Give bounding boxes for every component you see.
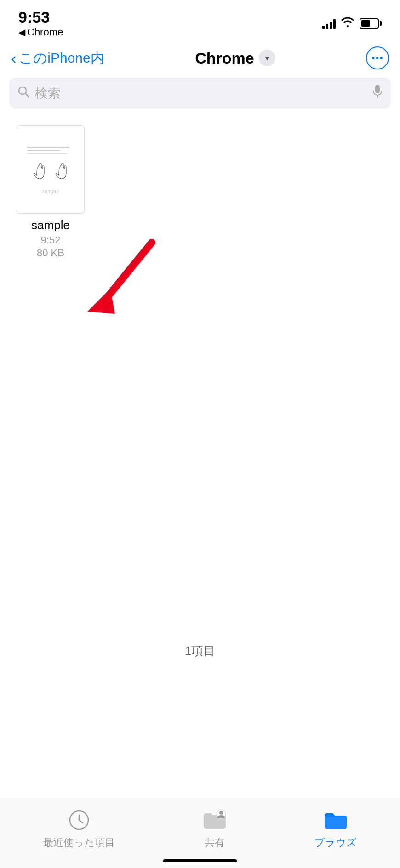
- more-dots-icon: •••: [371, 52, 383, 64]
- search-placeholder: 検索: [35, 85, 367, 102]
- tab-recent-label: 最近使った項目: [43, 836, 115, 850]
- svg-point-0: [19, 87, 26, 94]
- status-left: 9:53 ◀ Chrome: [18, 8, 63, 38]
- svg-marker-7: [87, 289, 115, 314]
- nav-more-button[interactable]: •••: [366, 46, 389, 69]
- chevron-down-icon: ▾: [265, 54, 269, 63]
- file-item[interactable]: sample sample 9:52 80 KB: [14, 125, 87, 259]
- search-icon: [17, 86, 29, 101]
- item-count: 1項目: [0, 643, 400, 668]
- nav-dropdown-button[interactable]: ▾: [259, 50, 275, 66]
- wifi-icon: [341, 17, 354, 30]
- status-bar: 9:53 ◀ Chrome: [0, 0, 400, 42]
- file-time: 9:52: [41, 234, 61, 246]
- svg-line-1: [26, 94, 29, 98]
- status-icons: [322, 17, 382, 30]
- tab-browse-label: ブラウズ: [314, 836, 357, 850]
- svg-point-12: [219, 811, 223, 815]
- mic-icon[interactable]: [372, 84, 383, 102]
- nav-left: ‹ このiPhone内: [11, 49, 104, 68]
- file-grid: sample sample 9:52 80 KB: [0, 116, 400, 268]
- svg-line-10: [79, 820, 83, 823]
- status-back-app: ◀ Chrome: [18, 26, 63, 38]
- search-bar-container: 検索: [0, 74, 400, 116]
- shared-folder-icon: [202, 808, 228, 832]
- main-content: sample sample 9:52 80 KB 1項目: [0, 116, 400, 760]
- clock-icon: [66, 808, 92, 832]
- home-indicator: [163, 859, 237, 862]
- tab-shared-label: 共有: [205, 836, 225, 850]
- nav-location-label[interactable]: このiPhone内: [19, 49, 104, 68]
- search-bar[interactable]: 検索: [9, 78, 391, 109]
- file-thumbnail: sample: [17, 125, 85, 214]
- tab-browse[interactable]: ブラウズ: [314, 808, 357, 850]
- tab-shared[interactable]: 共有: [202, 808, 228, 850]
- status-time: 9:53: [18, 8, 63, 26]
- file-name: sample: [31, 218, 70, 232]
- item-count-area: 1項目: [0, 643, 400, 668]
- file-size: 80 KB: [37, 247, 64, 259]
- svg-rect-2: [375, 85, 380, 93]
- back-chevron-small: ◀: [18, 27, 25, 38]
- tab-recent[interactable]: 最近使った項目: [43, 808, 115, 850]
- tab-bar: 最近使った項目 共有 ブラウズ: [0, 799, 400, 868]
- battery-icon: [360, 18, 382, 29]
- signal-bars-icon: [322, 18, 336, 29]
- nav-title: Chrome: [195, 49, 254, 67]
- browse-folder-icon: [323, 808, 349, 832]
- back-chevron-icon[interactable]: ‹: [11, 50, 16, 66]
- nav-title-area: Chrome ▾: [195, 49, 275, 67]
- nav-bar: ‹ このiPhone内 Chrome ▾ •••: [0, 42, 400, 74]
